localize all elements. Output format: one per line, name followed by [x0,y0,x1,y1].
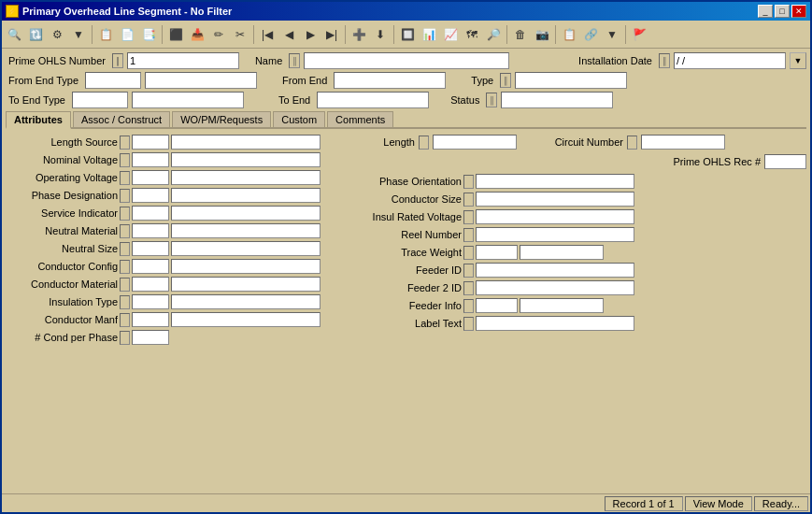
prev-button[interactable]: ◀ [278,24,299,45]
neutral-material-input2[interactable] [171,223,321,238]
phase-orientation-indicator[interactable] [463,175,474,189]
conductor-config-input2[interactable] [171,259,321,274]
service-indicator-input1[interactable] [132,206,169,221]
box-button[interactable]: ⬛ [165,24,186,45]
refresh-button[interactable]: 🔃 [25,24,46,45]
feeder-2-id-input[interactable] [476,280,634,295]
length-source-input2[interactable] [171,135,321,150]
to-end-type-input[interactable] [72,92,128,108]
chart2-button[interactable]: 📈 [440,24,461,45]
conductor-material-input2[interactable] [171,277,321,292]
status-input[interactable] [501,92,613,108]
conductor-material-input1[interactable] [132,277,169,292]
map-button[interactable]: 🗺 [462,24,482,45]
zoom-button[interactable]: 🔎 [483,24,504,45]
length-input[interactable] [433,135,517,150]
circuit-number-input[interactable] [641,135,725,150]
dropdown2-button[interactable]: ▼ [602,24,622,45]
insul-rated-voltage-indicator[interactable] [463,210,474,224]
tab-assoc-construct[interactable]: Assoc / Construct [73,111,170,127]
installation-date-input[interactable] [674,52,786,69]
label-text-input[interactable] [476,316,634,331]
add-button[interactable]: ➕ [349,24,369,45]
tab-custom[interactable]: Custom [273,111,325,127]
prime-ohls-input[interactable] [127,52,239,69]
insulation-type-input2[interactable] [171,294,321,309]
neutral-material-indicator[interactable] [120,224,130,238]
tab-wo-pm-requests[interactable]: WO/PM/Requests [172,111,271,127]
feeder-id-indicator[interactable] [463,264,474,278]
from-end-type-input2[interactable] [145,72,257,89]
feeder-2-id-indicator[interactable] [463,281,474,295]
settings-button[interactable]: ⚙ [47,24,67,45]
neutral-material-input1[interactable] [132,223,169,238]
installation-date-indicator[interactable]: ║ [659,53,670,68]
find-button[interactable]: 🔍 [4,24,24,45]
operating-voltage-input2[interactable] [171,170,321,185]
grid-button[interactable]: 🔲 [397,24,418,45]
operating-voltage-input1[interactable] [132,170,169,185]
phase-designation-input1[interactable] [132,188,169,203]
prime-ohls-rec-input[interactable] [764,154,806,169]
edit-button[interactable]: ✏ [208,24,229,45]
filter-button[interactable]: ▼ [68,24,89,45]
nominal-voltage-input1[interactable] [132,152,169,167]
operating-voltage-indicator[interactable] [120,171,130,185]
tab-attributes[interactable]: Attributes [6,111,71,129]
conductor-manf-input1[interactable] [132,312,169,327]
down-button[interactable]: ⬇ [370,24,391,45]
reel-number-indicator[interactable] [463,228,474,242]
service-indicator-input2[interactable] [171,206,321,221]
prime-ohls-indicator[interactable]: ║ [112,53,123,68]
feeder-info-input2[interactable] [520,298,604,313]
close-button[interactable]: ✕ [791,5,806,18]
feeder-info-input1[interactable] [476,298,518,313]
document-button[interactable]: 📄 [117,24,137,45]
status-indicator[interactable]: ║ [486,93,497,107]
nominal-voltage-indicator[interactable] [120,153,130,167]
type-input[interactable] [515,72,627,89]
copy-button[interactable]: 📋 [559,24,579,45]
type-indicator[interactable]: ║ [500,73,511,88]
neutral-size-input1[interactable] [132,241,169,256]
name-indicator[interactable]: ║ [289,53,300,68]
insulation-type-indicator[interactable] [120,295,130,309]
trace-weight-indicator[interactable] [463,246,474,260]
reel-number-input[interactable] [476,227,634,242]
from-end-input[interactable] [334,72,446,89]
conductor-material-indicator[interactable] [120,278,130,292]
phase-orientation-input[interactable] [476,174,634,189]
pages-button[interactable]: 📑 [138,24,159,45]
neutral-size-indicator[interactable] [120,242,130,256]
neutral-size-input2[interactable] [171,241,321,256]
to-end-type-input2[interactable] [132,92,244,108]
to-end-input[interactable] [317,92,429,108]
phase-designation-indicator[interactable] [120,189,130,203]
phase-designation-input2[interactable] [171,188,321,203]
next-button[interactable]: ▶ [300,24,321,45]
name-input[interactable] [304,52,509,69]
minimize-button[interactable]: _ [758,5,773,18]
cut-button[interactable]: ✂ [230,24,250,45]
label-text-indicator[interactable] [463,317,474,331]
tab-comments[interactable]: Comments [327,111,393,127]
length-source-input1[interactable] [132,135,169,150]
from-end-type-input[interactable] [85,72,141,89]
installation-date-dropdown[interactable]: ▼ [790,52,806,69]
conductor-size-input[interactable] [476,192,634,207]
insul-rated-voltage-input[interactable] [476,209,634,224]
prev-first-button[interactable]: |◀ [257,24,278,45]
length-source-indicator[interactable] [120,136,130,150]
nominal-voltage-input2[interactable] [171,152,321,167]
trace-weight-input2[interactable] [520,245,604,260]
conductor-size-indicator[interactable] [463,193,474,207]
cond-per-phase-indicator[interactable] [120,331,130,345]
clipboard-button[interactable]: 📋 [95,24,116,45]
feeder-info-indicator[interactable] [463,299,474,313]
service-indicator-indicator[interactable] [120,207,130,221]
trash-button[interactable]: 🗑 [510,24,531,45]
length-indicator[interactable] [419,136,429,150]
insulation-type-input1[interactable] [132,294,169,309]
camera-button[interactable]: 📷 [532,24,552,45]
conductor-manf-indicator[interactable] [120,313,130,327]
